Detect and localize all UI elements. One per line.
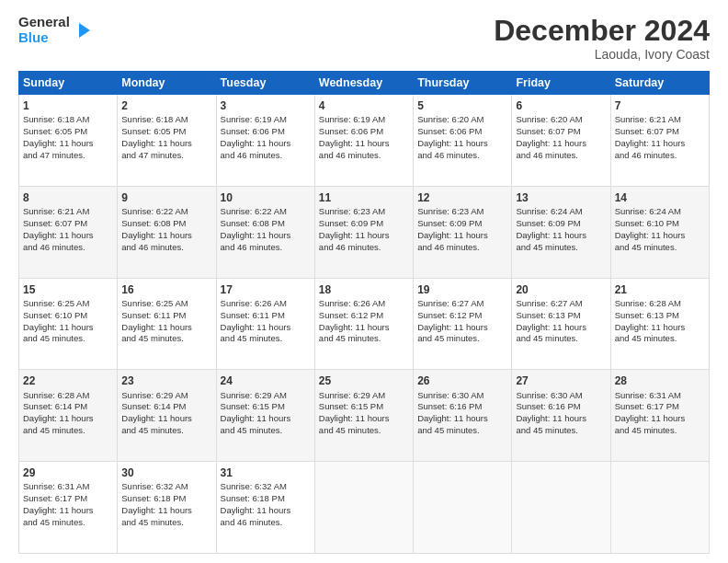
day-number: 12 <box>417 190 507 205</box>
cell-info-line: and 47 minutes. <box>121 150 184 160</box>
cell-info-line: Sunrise: 6:27 AM <box>516 298 582 308</box>
cell-info-line: Sunset: 6:09 PM <box>417 218 482 228</box>
cell-info-line: Daylight: 11 hours <box>417 230 488 240</box>
calendar-cell: 20Sunrise: 6:27 AMSunset: 6:13 PMDayligh… <box>512 278 610 370</box>
cell-info-line: Daylight: 11 hours <box>221 322 291 332</box>
day-number: 27 <box>516 373 606 388</box>
cell-info-line: Daylight: 11 hours <box>417 322 488 332</box>
cell-info-line: Daylight: 11 hours <box>121 138 192 148</box>
cell-info-line: Sunrise: 6:22 AM <box>121 206 188 216</box>
cell-info-line: Sunrise: 6:18 AM <box>121 114 188 124</box>
location: Laouda, Ivory Coast <box>494 47 710 62</box>
cell-info-line: Sunrise: 6:26 AM <box>319 298 385 308</box>
cell-info-line: Sunset: 6:14 PM <box>121 401 186 411</box>
day-number: 21 <box>615 282 705 297</box>
cell-info-line: and 45 minutes. <box>615 242 677 252</box>
cell-info-line: Sunrise: 6:26 AM <box>221 298 287 308</box>
cell-info-line: Daylight: 11 hours <box>319 322 390 332</box>
cell-info-line: and 47 minutes. <box>23 150 85 160</box>
day-number: 16 <box>121 282 211 297</box>
cell-info-line: and 45 minutes. <box>23 517 85 527</box>
cell-info-line: Sunset: 6:16 PM <box>417 401 482 411</box>
col-header-monday: Monday <box>118 72 216 95</box>
cell-info-line: and 45 minutes. <box>417 425 480 435</box>
month-title: December 2024 <box>494 15 710 47</box>
cell-info-line: and 45 minutes. <box>516 242 578 252</box>
calendar-cell: 30Sunrise: 6:32 AMSunset: 6:18 PMDayligh… <box>118 462 216 554</box>
cell-info-line: Sunset: 6:11 PM <box>121 310 186 320</box>
cell-info-line: Daylight: 11 hours <box>23 230 94 240</box>
cell-info-line: Sunrise: 6:27 AM <box>417 298 483 308</box>
calendar-week-row: 29Sunrise: 6:31 AMSunset: 6:17 PMDayligh… <box>19 462 710 554</box>
cell-info-line: Daylight: 11 hours <box>121 322 192 332</box>
cell-info-line: Sunset: 6:07 PM <box>615 126 679 136</box>
cell-info-line: Daylight: 11 hours <box>417 138 488 148</box>
calendar-cell: 29Sunrise: 6:31 AMSunset: 6:17 PMDayligh… <box>19 462 118 554</box>
cell-info-line: Daylight: 11 hours <box>23 322 94 332</box>
calendar-cell: 6Sunrise: 6:20 AMSunset: 6:07 PMDaylight… <box>512 95 610 187</box>
day-number: 14 <box>615 190 705 205</box>
calendar-week-row: 15Sunrise: 6:25 AMSunset: 6:10 PMDayligh… <box>19 278 710 370</box>
day-number: 3 <box>221 98 311 113</box>
cell-info-line: Sunset: 6:18 PM <box>221 493 285 503</box>
day-number: 7 <box>615 98 705 113</box>
cell-info-line: Sunset: 6:09 PM <box>319 218 383 228</box>
cell-info-line: Sunset: 6:12 PM <box>417 310 482 320</box>
cell-info-line: and 45 minutes. <box>319 333 381 343</box>
calendar-cell: 17Sunrise: 6:26 AMSunset: 6:11 PMDayligh… <box>216 278 314 370</box>
day-number: 26 <box>417 373 507 388</box>
col-header-tuesday: Tuesday <box>216 72 314 95</box>
calendar-header-row: SundayMondayTuesdayWednesdayThursdayFrid… <box>19 72 710 95</box>
day-number: 20 <box>516 282 606 297</box>
cell-info-line: Daylight: 11 hours <box>516 413 586 423</box>
cell-info-line: Sunset: 6:16 PM <box>516 401 580 411</box>
cell-info-line: and 45 minutes. <box>615 333 677 343</box>
cell-info-line: and 46 minutes. <box>417 242 480 252</box>
cell-info-line: Sunset: 6:15 PM <box>221 401 285 411</box>
cell-info-line: Sunset: 6:06 PM <box>221 126 285 136</box>
cell-info-line: Daylight: 11 hours <box>121 505 192 515</box>
cell-info-line: Sunset: 6:18 PM <box>121 493 186 503</box>
day-number: 31 <box>221 465 311 480</box>
cell-info-line: Sunset: 6:08 PM <box>221 218 285 228</box>
cell-info-line: Sunrise: 6:21 AM <box>23 206 89 216</box>
cell-info-line: Sunset: 6:15 PM <box>319 401 383 411</box>
cell-info-line: Daylight: 11 hours <box>221 505 291 515</box>
cell-info-line: Sunrise: 6:18 AM <box>23 114 89 124</box>
cell-info-line: Sunset: 6:09 PM <box>516 218 580 228</box>
day-number: 23 <box>121 373 211 388</box>
cell-info-line: Sunset: 6:17 PM <box>23 493 87 503</box>
calendar-cell: 27Sunrise: 6:30 AMSunset: 6:16 PMDayligh… <box>512 370 610 462</box>
cell-info-line: Sunrise: 6:23 AM <box>319 206 385 216</box>
calendar-week-row: 22Sunrise: 6:28 AMSunset: 6:14 PMDayligh… <box>19 370 710 462</box>
calendar-cell: 7Sunrise: 6:21 AMSunset: 6:07 PMDaylight… <box>610 95 709 187</box>
calendar-cell: 1Sunrise: 6:18 AMSunset: 6:05 PMDaylight… <box>19 95 118 187</box>
cell-info-line: Daylight: 11 hours <box>417 413 488 423</box>
day-number: 10 <box>221 190 311 205</box>
day-number: 9 <box>121 190 211 205</box>
calendar-week-row: 8Sunrise: 6:21 AMSunset: 6:07 PMDaylight… <box>19 186 710 278</box>
cell-info-line: and 45 minutes. <box>221 425 283 435</box>
cell-info-line: Sunset: 6:10 PM <box>615 218 679 228</box>
calendar-cell: 15Sunrise: 6:25 AMSunset: 6:10 PMDayligh… <box>19 278 118 370</box>
col-header-thursday: Thursday <box>414 72 512 95</box>
cell-info-line: and 46 minutes. <box>615 150 677 160</box>
cell-info-line: Sunset: 6:06 PM <box>417 126 482 136</box>
calendar-cell: 26Sunrise: 6:30 AMSunset: 6:16 PMDayligh… <box>414 370 512 462</box>
calendar-cell: 18Sunrise: 6:26 AMSunset: 6:12 PMDayligh… <box>314 278 413 370</box>
cell-info-line: and 45 minutes. <box>319 425 381 435</box>
calendar-cell: 14Sunrise: 6:24 AMSunset: 6:10 PMDayligh… <box>610 186 709 278</box>
cell-info-line: Sunset: 6:07 PM <box>23 218 87 228</box>
cell-info-line: Sunset: 6:08 PM <box>121 218 186 228</box>
day-number: 24 <box>221 373 311 388</box>
cell-info-line: Sunrise: 6:19 AM <box>319 114 385 124</box>
cell-info-line: Sunrise: 6:29 AM <box>319 390 385 400</box>
cell-info-line: Sunrise: 6:25 AM <box>121 298 188 308</box>
cell-info-line: Sunrise: 6:30 AM <box>417 390 483 400</box>
page-header: General Blue December 2024 Laouda, Ivory… <box>18 15 710 62</box>
cell-info-line: Sunset: 6:05 PM <box>121 126 186 136</box>
cell-info-line: Daylight: 11 hours <box>319 413 390 423</box>
cell-info-line: and 46 minutes. <box>221 150 283 160</box>
col-header-wednesday: Wednesday <box>314 72 413 95</box>
calendar-cell: 31Sunrise: 6:32 AMSunset: 6:18 PMDayligh… <box>216 462 314 554</box>
